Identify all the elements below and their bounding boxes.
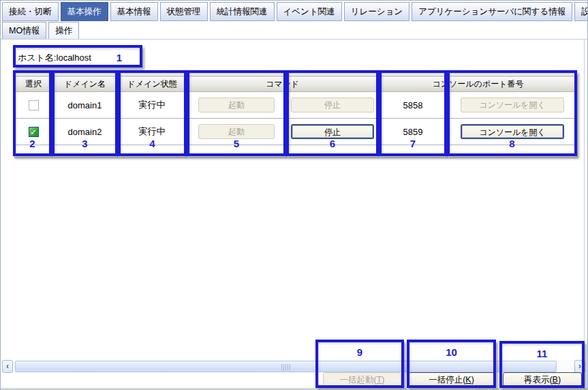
tab-mo-info[interactable]: MO情報 bbox=[2, 22, 46, 40]
annotation-number-6: 6 bbox=[289, 138, 376, 149]
main-tab-bar: 接続・切断 基本操作 基本情報 状態管理 統計情報関連 イベント関連 リレーショ… bbox=[2, 2, 588, 21]
tab-event[interactable]: イベント関連 bbox=[277, 2, 342, 21]
annotation-number-11: 11 bbox=[502, 348, 582, 359]
annotation-number-3: 3 bbox=[55, 138, 115, 149]
annotation-box-4: 4 bbox=[118, 70, 187, 156]
tab-divider bbox=[1, 39, 587, 40]
tab-basic-operation[interactable]: 基本操作 bbox=[61, 2, 108, 21]
application-window: 接続・切断 基本操作 基本情報 状態管理 統計情報関連 イベント関連 リレーショ… bbox=[0, 0, 588, 390]
annotation-number-1: 1 bbox=[117, 52, 122, 63]
annotation-box-10: 10 bbox=[407, 340, 496, 388]
annotation-number-7: 7 bbox=[382, 138, 444, 149]
tab-appserver-info[interactable]: アプリケーションサーバに関する情報 bbox=[412, 2, 572, 21]
annotation-box-9: 9 bbox=[315, 340, 404, 388]
annotation-number-4: 4 bbox=[121, 138, 184, 149]
annotation-number-5: 5 bbox=[189, 138, 283, 149]
tab-connect-disconnect[interactable]: 接続・切断 bbox=[2, 2, 59, 21]
annotation-box-11: 11 bbox=[499, 341, 585, 388]
annotation-box-1: 1 bbox=[13, 45, 142, 68]
annotation-number-9: 9 bbox=[318, 346, 401, 358]
annotation-box-8: 8 bbox=[447, 70, 577, 156]
tab-configurations[interactable]: 設定項目(Configurations) bbox=[574, 2, 588, 21]
annotation-box-7: 7 bbox=[379, 70, 447, 156]
annotation-number-8: 8 bbox=[450, 138, 574, 149]
sub-tab-bar: MO情報 操作 bbox=[2, 22, 79, 40]
tab-relation[interactable]: リレーション bbox=[344, 2, 409, 21]
annotation-box-5: 5 bbox=[187, 70, 286, 156]
tab-state-management[interactable]: 状態管理 bbox=[160, 2, 208, 21]
scrollbar-grip-icon bbox=[281, 364, 291, 370]
tab-operation[interactable]: 操作 bbox=[48, 22, 79, 40]
horizontal-scrollbar[interactable]: ‹ › bbox=[2, 360, 585, 373]
annotation-box-3: 3 bbox=[52, 70, 118, 156]
annotation-box-6: 6 bbox=[286, 70, 379, 156]
annotation-number-10: 10 bbox=[409, 346, 493, 358]
tab-basic-info[interactable]: 基本情報 bbox=[110, 2, 158, 21]
annotation-number-2: 2 bbox=[16, 138, 49, 149]
scroll-left-icon[interactable]: ‹ bbox=[2, 360, 13, 373]
tab-statistics[interactable]: 統計情報関連 bbox=[210, 2, 275, 21]
annotation-box-2: 2 bbox=[13, 70, 52, 156]
content-right-border bbox=[584, 40, 585, 389]
